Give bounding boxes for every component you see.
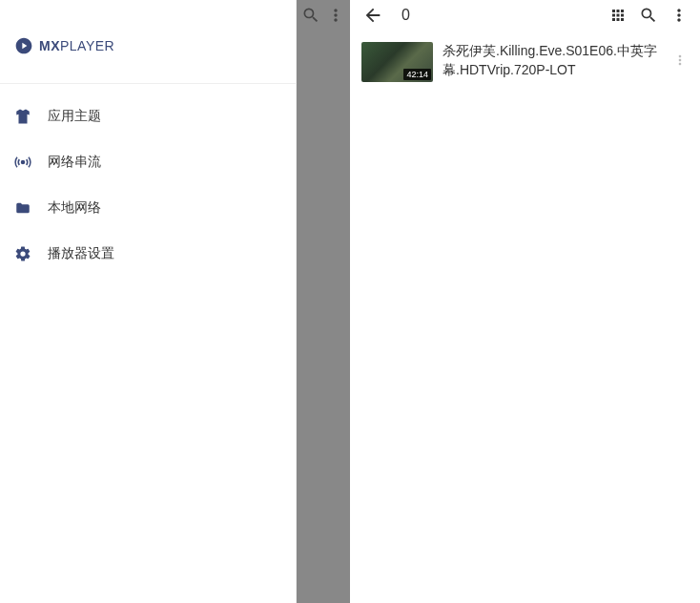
content-panel: 0 42:14 杀死伊芙.Killing.Eve.S01E06.中英字幕.HDT… xyxy=(350,0,700,603)
video-list: 42:14 杀死伊芙.Killing.Eve.S01E06.中英字幕.HDTVr… xyxy=(350,31,700,94)
stream-icon xyxy=(13,153,32,172)
app-name: MXPLAYER xyxy=(39,38,114,53)
more-vert-icon[interactable] xyxy=(668,4,690,27)
folder-title: 0 xyxy=(401,7,607,24)
drawer-item-label: 播放器设置 xyxy=(48,245,114,262)
content-toolbar: 0 xyxy=(350,0,700,31)
drawer-item-stream[interactable]: 网络串流 xyxy=(0,139,296,185)
drawer-header: MXPLAYER xyxy=(0,0,296,84)
more-vert-icon[interactable] xyxy=(325,4,346,27)
drawer-item-theme[interactable]: 应用主题 xyxy=(0,94,296,139)
video-item[interactable]: 42:14 杀死伊芙.Killing.Eve.S01E06.中英字幕.HDTVr… xyxy=(350,40,700,84)
video-thumbnail: 42:14 xyxy=(361,42,433,82)
gear-icon xyxy=(13,244,32,263)
more-vert-icon[interactable] xyxy=(671,52,689,69)
search-icon[interactable] xyxy=(300,4,321,27)
search-icon[interactable] xyxy=(637,4,660,27)
drawer-panel: MXPLAYER 应用主题 网络串流 本地网络 xyxy=(0,0,297,603)
shirt-icon xyxy=(13,107,32,126)
drawer-scrim[interactable] xyxy=(297,0,350,603)
drawer-item-label: 网络串流 xyxy=(48,154,101,171)
drawer-item-label: 应用主题 xyxy=(48,108,101,125)
app-logo: MXPLAYER xyxy=(0,0,296,55)
play-circle-icon xyxy=(14,36,33,55)
view-grid-icon[interactable] xyxy=(607,4,629,27)
drawer-item-settings[interactable]: 播放器设置 xyxy=(0,231,296,277)
svg-point-0 xyxy=(22,161,25,164)
back-button[interactable] xyxy=(361,4,384,27)
video-title: 杀死伊芙.Killing.Eve.S01E06.中英字幕.HDTVrip.720… xyxy=(443,42,668,79)
video-duration: 42:14 xyxy=(403,69,431,80)
drawer-item-local[interactable]: 本地网络 xyxy=(0,185,296,231)
folder-icon xyxy=(13,198,32,218)
drawer-menu: 应用主题 网络串流 本地网络 播放器设置 xyxy=(0,84,296,277)
drawer-item-label: 本地网络 xyxy=(48,199,101,217)
